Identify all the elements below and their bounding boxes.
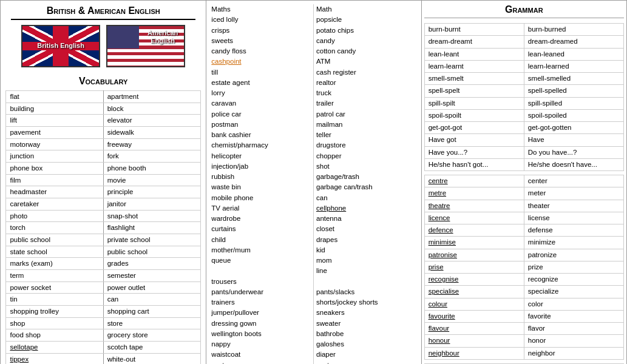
spell-amer-cell: license xyxy=(524,212,623,224)
mid-amer-item: bathrobe xyxy=(316,329,416,339)
spell-brit-cell: prise xyxy=(424,261,524,273)
vocab-british-cell: caretaker xyxy=(6,198,103,211)
mid-brit-item: pants/underwear xyxy=(211,287,311,297)
mid-amer-item: potato chips xyxy=(316,25,416,36)
mid-amer-item: galoshes xyxy=(316,339,416,349)
mid-amer-item: drapes xyxy=(316,235,416,245)
grammar-have-amer-cell: Do you have...? xyxy=(524,146,623,158)
spell-amer-cell: theater xyxy=(524,200,623,212)
spell-brit-cell: centre xyxy=(424,175,524,187)
mid-brit-item: bank cashier xyxy=(211,130,311,140)
mid-brit-item: trousers xyxy=(211,277,311,287)
vocab-british-cell: public school xyxy=(6,234,103,246)
left-section: British & American English British Engli… xyxy=(1,1,206,364)
mid-amer-item: garbage/trash xyxy=(316,172,416,182)
spell-brit-cell: honour xyxy=(424,335,524,347)
vocab-american-cell: grocery store xyxy=(103,329,200,342)
american-label: American English xyxy=(143,29,183,45)
vocab-british-cell: tin xyxy=(6,294,103,306)
grammar-have-brit-cell: Have you...? xyxy=(424,146,524,158)
vocab-american-cell: phone booth xyxy=(103,163,200,175)
spell-amer-cell: favorite xyxy=(524,310,623,322)
mid-amer-item: ATM xyxy=(316,56,416,67)
vocab-american-cell: fork xyxy=(103,150,200,163)
spell-brit-cell: minimise xyxy=(424,237,524,249)
mid-brit-item: TV aerial xyxy=(211,203,311,214)
spell-brit-cell: defence xyxy=(424,224,524,237)
spell-amer-cell: recognize xyxy=(524,274,623,286)
british-label: British English xyxy=(37,42,84,50)
spell-amer-cell: honor xyxy=(524,335,623,347)
grammar-brit-cell: get-got-got xyxy=(424,122,524,134)
vocab-british-cell: flat xyxy=(6,91,103,103)
mid-amer-item: teller xyxy=(316,130,416,140)
vocab-british-cell: shopping trolley xyxy=(6,306,103,318)
mid-brit-item: postman xyxy=(211,120,311,130)
mid-brit-item: dressing gown xyxy=(211,318,311,329)
mid-brit-item: mobile phone xyxy=(211,193,311,203)
spell-brit-cell: metre xyxy=(424,187,524,200)
mid-brit-item: queue xyxy=(211,255,311,266)
vocab-british-cell: food shop xyxy=(6,329,103,342)
middle-section: Mathsiced lollycrispssweetscandy flossca… xyxy=(206,1,421,364)
vocab-british-cell: lift xyxy=(6,115,103,127)
vocab-american-cell: scotch tape xyxy=(103,342,200,354)
mid-amer-item: shot xyxy=(316,161,416,172)
spell-amer-cell: center xyxy=(524,175,623,187)
grammar-brit-cell: burn-burnt xyxy=(424,24,524,36)
vocab-british-cell: torch xyxy=(6,222,103,234)
mid-amer-item: drugstore xyxy=(316,140,416,150)
spell-brit-cell: patronise xyxy=(424,249,524,261)
spell-brit-cell: licence xyxy=(424,212,524,224)
vocab-american-cell: elevator xyxy=(103,115,200,127)
spell-amer-cell: minimize xyxy=(524,237,623,249)
vocab-american-cell: snap-shot xyxy=(103,210,200,222)
spell-brit-cell: flavour xyxy=(424,323,524,335)
mid-amer-item: mailman xyxy=(316,120,416,130)
mid-amer-item: mom xyxy=(316,255,416,266)
grammar-have-amer-cell: He/she doesn't have... xyxy=(524,158,623,170)
vocab-american-cell: movie xyxy=(103,174,200,186)
vocab-american-cell: shopping cart xyxy=(103,306,200,318)
mid-brit-item: crisps xyxy=(211,25,311,36)
vocab-british-cell: state school xyxy=(6,246,103,258)
grammar-have-amer-cell: Have xyxy=(524,134,623,146)
mid-amer-item: diaper xyxy=(316,349,416,360)
grammar-irregular-table: burn-burntburn-burneddream-dreamtdream-d… xyxy=(424,23,624,171)
flags-container: British English American English xyxy=(21,25,185,67)
mid-brit-item: waistcoat xyxy=(211,349,311,360)
vocab-british-cell: marks (exam) xyxy=(6,258,103,270)
main-title: British & American English xyxy=(11,5,195,20)
mid-amer-item: garbage can/trash xyxy=(316,182,416,192)
spell-amer-cell: defense xyxy=(524,224,623,237)
spell-brit-cell: recognise xyxy=(424,274,524,286)
mid-amer-item: Math xyxy=(316,4,416,15)
mid-amer-item: trailer xyxy=(316,98,416,109)
grammar-amer-cell: burn-burned xyxy=(524,24,623,36)
vocab-american-cell: apartment xyxy=(103,91,200,103)
vocab-american-cell: grades xyxy=(103,258,200,270)
vocab-british-cell: pavement xyxy=(6,127,103,139)
vocab-american-cell: sidewalk xyxy=(103,127,200,139)
vocab-british-cell: shop xyxy=(6,317,103,329)
vocab-british-cell: phone box xyxy=(6,163,103,175)
mid-amer-item: sneakers xyxy=(316,308,416,318)
mid-amer-item: can xyxy=(316,193,416,203)
mid-brit-item: vest xyxy=(211,360,311,365)
grammar-amer-cell: smell-smelled xyxy=(524,73,623,85)
mid-amer-item: popsicle xyxy=(316,15,416,25)
spell-amer-cell: specialize xyxy=(524,286,623,298)
page: British & American English British Engli… xyxy=(0,0,627,364)
mid-amer-item: sweater xyxy=(316,318,416,329)
vocab-table: flatapartmentbuildingblockliftelevatorpa… xyxy=(5,90,200,364)
grammar-brit-cell: smell-smelt xyxy=(424,73,524,85)
grammar-amer-cell: dream-dreamed xyxy=(524,36,623,48)
us-canton xyxy=(107,26,139,49)
mid-brit-item: Maths xyxy=(211,4,311,15)
mid-brit-item xyxy=(211,266,311,276)
grammar-brit-cell: spell-spelt xyxy=(424,85,524,97)
spell-amer-cell: neighbor xyxy=(524,347,623,359)
grammar-amer-cell: spill-spilled xyxy=(524,97,623,109)
grammar-brit-cell: dream-dreamt xyxy=(424,36,524,48)
grammar-have-brit-cell: Have got xyxy=(424,134,524,146)
